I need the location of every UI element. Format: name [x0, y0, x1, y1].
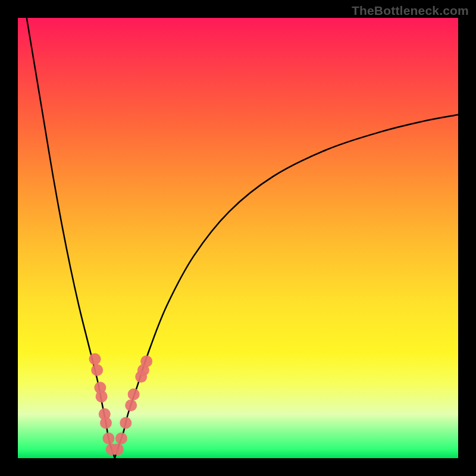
data-marker	[96, 390, 108, 402]
data-marker	[112, 443, 124, 455]
data-marker	[128, 389, 140, 400]
chart-frame: TheBottleneck.com	[0, 0, 476, 476]
markers-left	[89, 353, 118, 456]
data-marker	[102, 433, 114, 444]
data-marker	[91, 364, 103, 376]
plot-area	[18, 18, 458, 458]
watermark-text: TheBottleneck.com	[352, 4, 469, 18]
curve-right-branch	[115, 115, 458, 458]
data-marker	[115, 433, 127, 444]
data-marker	[89, 353, 101, 365]
data-marker	[140, 355, 152, 367]
markers-right	[112, 355, 152, 455]
chart-svg	[18, 18, 458, 458]
data-marker	[120, 417, 131, 429]
data-marker	[125, 399, 137, 411]
data-marker	[100, 417, 112, 429]
